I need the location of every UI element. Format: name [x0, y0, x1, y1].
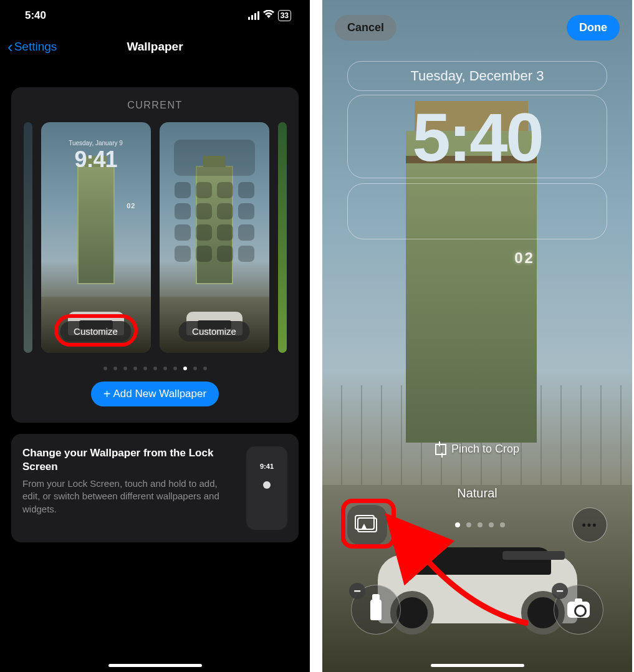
pinch-label: Pinch to Crop [451, 443, 519, 456]
status-time: 5:40 [25, 9, 46, 22]
battery-icon: 33 [278, 10, 291, 21]
status-indicators: 33 [248, 10, 291, 21]
nav-header: ‹ Settings Wallpaper [0, 31, 310, 62]
chevron-left-icon: ‹ [7, 39, 13, 55]
customize-home-button[interactable]: Customize [178, 321, 250, 342]
back-button[interactable]: ‹ Settings [7, 39, 57, 55]
photos-picker-button[interactable] [347, 505, 387, 545]
filter-page-dots[interactable] [455, 522, 505, 527]
add-wallpaper-label: Add New Wallpaper [113, 388, 207, 400]
editor-bottom-controls: ••• [322, 505, 632, 545]
remove-badge[interactable]: − [552, 583, 568, 599]
current-wallpaper-card: CURRENT Tuesday, January 9 9:41 02 Custo… [11, 87, 299, 423]
tip-title: Change your Wallpaper from the Lock Scre… [22, 446, 238, 474]
status-bar: 5:40 33 [0, 0, 310, 31]
cellular-signal-icon [248, 11, 259, 20]
editor-top-bar: Cancel Done [322, 15, 632, 41]
prev-wallpaper-peek[interactable] [24, 122, 32, 353]
tip-body: From your Lock Screen, touch and hold to… [22, 478, 238, 516]
lock-time-widget[interactable]: 5:40 [347, 95, 607, 178]
lock-screen-editor: 02 Cancel Done Tuesday, December 3 5:40 … [322, 0, 632, 672]
tip-illustration: 9:41 [246, 446, 287, 530]
lock-screen-tip-card: Change your Wallpaper from the Lock Scre… [11, 434, 299, 542]
next-wallpaper-peek[interactable] [278, 122, 287, 353]
plus-icon: + [103, 388, 111, 400]
lock-date-widget[interactable]: Tuesday, December 3 [347, 61, 607, 91]
lock-time-text: 5:40 [412, 97, 542, 176]
lock-widgets-area[interactable] [347, 183, 607, 239]
filter-name-label: Natural [322, 486, 632, 501]
settings-wallpaper-screen: 5:40 33 ‹ Settings Wallpaper CURRENT Tue… [0, 0, 310, 672]
camera-icon [567, 602, 590, 618]
photos-icon [357, 517, 377, 532]
page-indicator[interactable] [17, 367, 292, 370]
flashlight-icon [370, 599, 382, 620]
back-label: Settings [14, 40, 57, 54]
home-app-grid [175, 182, 254, 262]
cancel-button[interactable]: Cancel [335, 15, 396, 41]
add-new-wallpaper-button[interactable]: + Add New Wallpaper [91, 382, 219, 406]
preview-date: Tuesday, January 9 [69, 140, 123, 146]
customize-lock-button[interactable]: Customize [60, 321, 132, 342]
wifi-icon [263, 10, 274, 21]
remove-badge[interactable]: − [349, 583, 365, 599]
tip-touch-dot [263, 481, 271, 489]
flashlight-shortcut[interactable]: − [351, 585, 401, 635]
done-button[interactable]: Done [567, 15, 620, 41]
wallpaper-02-label: 02 [127, 202, 135, 209]
lock-date-text: Tuesday, December 3 [411, 68, 544, 84]
lock-screen-preview[interactable]: Tuesday, January 9 9:41 02 Customize [41, 122, 151, 353]
home-indicator[interactable] [108, 664, 202, 667]
home-widget-placeholder [174, 140, 255, 176]
wallpaper-02-label: 02 [514, 249, 535, 267]
ellipsis-icon: ••• [582, 519, 598, 532]
wallpaper-previews[interactable]: Tuesday, January 9 9:41 02 Customize [17, 122, 292, 353]
home-screen-preview[interactable]: Customize [160, 122, 269, 353]
more-options-button[interactable]: ••• [572, 507, 607, 542]
tip-mini-time: 9:41 [260, 463, 274, 470]
wallpaper-tower [77, 166, 115, 284]
preview-time: 9:41 [74, 146, 117, 173]
home-indicator[interactable] [431, 664, 524, 667]
card-heading: CURRENT [17, 100, 292, 111]
pinch-to-crop-hint: Pinch to Crop [322, 443, 632, 456]
lock-shortcuts-row: − − [322, 585, 632, 635]
camera-shortcut[interactable]: − [554, 585, 603, 635]
crop-icon [435, 444, 446, 455]
